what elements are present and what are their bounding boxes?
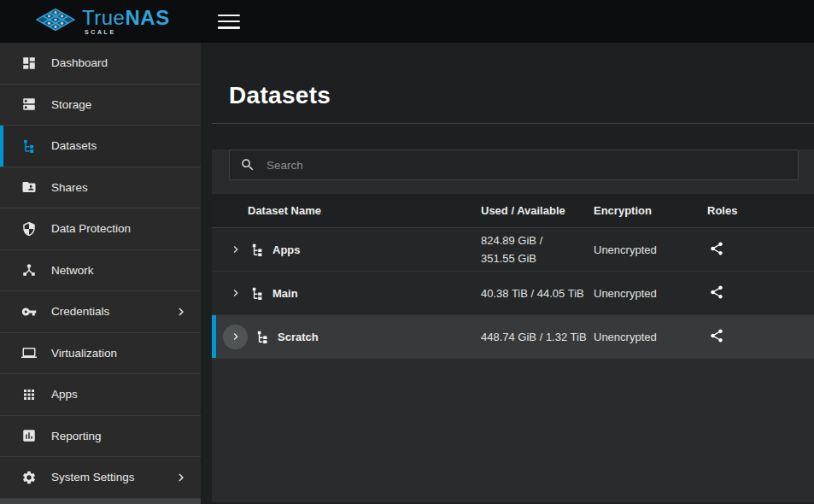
data-protection-icon bbox=[21, 221, 37, 237]
truenas-logo-icon bbox=[36, 3, 75, 39]
sidebar-item-data-protection[interactable]: Data Protection bbox=[0, 208, 201, 250]
chevron-right-icon bbox=[173, 470, 189, 485]
credentials-icon bbox=[21, 304, 37, 319]
sidebar-item-label: Virtualization bbox=[51, 347, 117, 360]
table-header-row: Dataset Name Used / Available Encryption… bbox=[212, 194, 814, 228]
reporting-icon bbox=[21, 428, 37, 443]
used-available-value: 448.74 GiB / 1.32 TiB bbox=[481, 328, 594, 346]
dataset-tree-icon bbox=[255, 330, 270, 344]
column-header-encryption: Encryption bbox=[594, 204, 707, 217]
table-row-apps[interactable]: Apps 824.89 GiB / 351.55 GiB Unencrypted bbox=[212, 228, 814, 272]
logo-text-true: True bbox=[82, 6, 125, 29]
sidebar-item-label: Reporting bbox=[51, 430, 102, 442]
table-row-scratch[interactable]: Scratch 448.74 GiB / 1.32 TiB Unencrypte… bbox=[212, 315, 814, 359]
datasets-icon bbox=[21, 138, 37, 154]
column-header-roles: Roles bbox=[707, 204, 814, 217]
column-header-dataset-name: Dataset Name bbox=[212, 204, 481, 217]
sidebar-footer bbox=[0, 499, 201, 504]
sidebar-item-reporting[interactable]: Reporting bbox=[0, 416, 201, 458]
apps-icon bbox=[21, 387, 37, 402]
sidebar-item-label: Dashboard bbox=[51, 56, 108, 69]
sidebar-item-label: Network bbox=[51, 264, 94, 277]
main-content: Datasets Dataset Name Used / Available E… bbox=[201, 43, 814, 504]
share-icon[interactable] bbox=[709, 284, 726, 302]
dataset-tree-icon bbox=[250, 286, 265, 301]
network-icon bbox=[21, 262, 37, 278]
sidebar-item-apps[interactable]: Apps bbox=[0, 374, 201, 416]
sidebar-item-dashboard[interactable]: Dashboard bbox=[0, 43, 201, 85]
truenas-logo-text: TrueNAS SCALE bbox=[82, 8, 170, 35]
dataset-name: Apps bbox=[272, 243, 301, 256]
sidebar-item-label: System Settings bbox=[51, 471, 135, 483]
expand-row-button[interactable] bbox=[229, 286, 243, 300]
search-box bbox=[229, 149, 799, 180]
logo-text-nas: NAS bbox=[125, 6, 169, 29]
search-icon bbox=[240, 157, 255, 173]
share-icon[interactable] bbox=[709, 328, 726, 345]
sidebar-item-storage[interactable]: Storage bbox=[0, 85, 201, 126]
logo-subtitle: SCALE bbox=[85, 29, 170, 35]
encryption-value: Unencrypted bbox=[594, 243, 707, 256]
datasets-card: Dataset Name Used / Available Encryption… bbox=[212, 149, 814, 502]
system-settings-icon bbox=[21, 470, 37, 485]
topbar: TrueNAS SCALE bbox=[0, 0, 814, 43]
dashboard-icon bbox=[21, 56, 37, 71]
encryption-value: Unencrypted bbox=[594, 331, 707, 343]
dataset-name: Scratch bbox=[278, 331, 319, 343]
datasets-table: Dataset Name Used / Available Encryption… bbox=[212, 194, 814, 359]
sidebar-item-credentials[interactable]: Credentials bbox=[0, 291, 201, 333]
used-available-value: 40.38 TiB / 44.05 TiB bbox=[481, 284, 594, 302]
column-header-used-available: Used / Available bbox=[481, 204, 594, 217]
sidebar-item-label: Apps bbox=[51, 388, 78, 401]
sidebar-item-network[interactable]: Network bbox=[0, 250, 201, 292]
sidebar-item-virtualization[interactable]: Virtualization bbox=[0, 333, 201, 375]
expand-row-button[interactable] bbox=[229, 243, 243, 256]
search-input[interactable] bbox=[266, 159, 788, 172]
sidebar-item-label: Data Protection bbox=[51, 222, 131, 235]
page-title: Datasets bbox=[229, 82, 814, 109]
encryption-value: Unencrypted bbox=[594, 287, 707, 300]
sidebar-item-datasets[interactable]: Datasets bbox=[0, 126, 201, 167]
used-available-value: 824.89 GiB / 351.55 GiB bbox=[481, 231, 594, 267]
shares-icon bbox=[21, 179, 37, 195]
expand-row-button[interactable] bbox=[223, 325, 248, 349]
dataset-tree-icon bbox=[250, 243, 265, 257]
sidebar-item-system-settings[interactable]: System Settings bbox=[0, 457, 201, 499]
storage-icon bbox=[21, 97, 37, 112]
sidebar-item-label: Shares bbox=[51, 181, 88, 194]
sidebar: Dashboard Storage Datasets Shares Data P… bbox=[0, 43, 201, 504]
sidebar-item-label: Storage bbox=[51, 98, 91, 111]
title-divider bbox=[212, 123, 814, 124]
sidebar-item-label: Credentials bbox=[51, 305, 109, 318]
truenas-logo[interactable]: TrueNAS SCALE bbox=[0, 3, 201, 39]
table-row-main[interactable]: Main 40.38 TiB / 44.05 TiB Unencrypted bbox=[212, 272, 814, 315]
share-icon[interactable] bbox=[709, 241, 726, 258]
chevron-right-icon bbox=[173, 304, 189, 319]
virtualization-icon bbox=[21, 345, 37, 360]
sidebar-item-shares[interactable]: Shares bbox=[0, 167, 201, 209]
dataset-name: Main bbox=[272, 287, 298, 300]
sidebar-item-label: Datasets bbox=[51, 139, 97, 152]
menu-icon[interactable] bbox=[218, 15, 240, 29]
